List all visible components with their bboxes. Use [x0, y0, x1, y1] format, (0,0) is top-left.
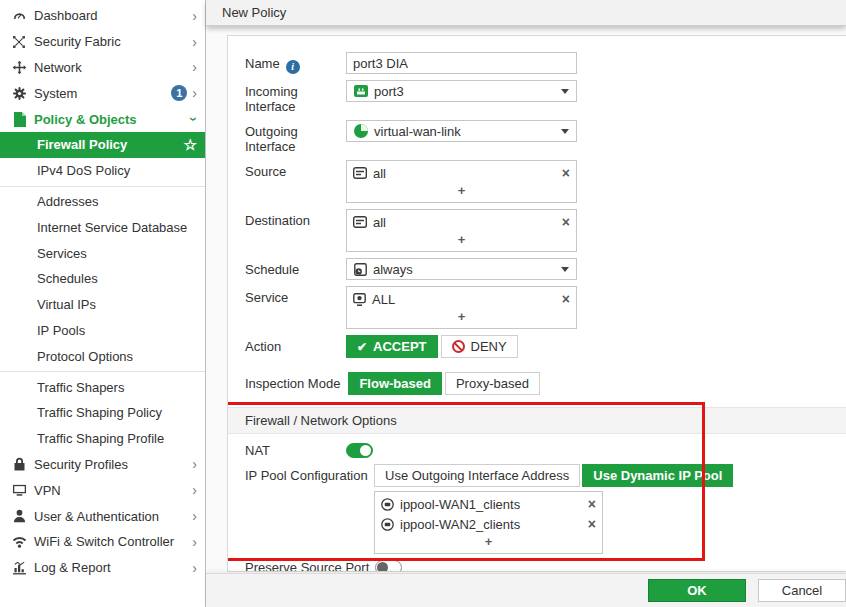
sidebar-item-log-report[interactable]: Log & Report› [0, 555, 205, 581]
sidebar-item-label: WiFi & Switch Controller [34, 534, 192, 549]
use-outgoing-interface-address-button[interactable]: Use Outgoing Interface Address [374, 464, 580, 487]
address-icon [353, 216, 367, 228]
incoming-interface-label: Incoming Interface [245, 80, 346, 114]
sidebar-item-dashboard[interactable]: Dashboard› [0, 3, 205, 29]
sidebar-item-label: Traffic Shaping Policy [37, 405, 197, 420]
sidebar-item-label: Dashboard [34, 8, 192, 23]
remove-icon[interactable]: × [562, 292, 570, 306]
sidebar-item-security-fabric[interactable]: Security Fabric› [0, 29, 205, 55]
ippool-icon [381, 498, 394, 511]
action-label: Action [245, 335, 346, 354]
destination-label: Destination [245, 209, 346, 228]
sidebar-item-user-authentication[interactable]: User & Authentication› [0, 503, 205, 529]
inspection-mode-row: Inspection Mode Flow-based Proxy-based [245, 372, 846, 395]
address-icon [353, 167, 367, 179]
sidebar-item-label: Network [34, 60, 192, 75]
sidebar-item-firewall-policy[interactable]: Firewall Policy☆ [0, 132, 205, 158]
incoming-interface-select[interactable]: port3 [346, 80, 577, 102]
chevron-right-icon: › [192, 509, 197, 523]
chevron-right-icon: › [192, 86, 197, 100]
notification-badge: 1 [171, 85, 187, 101]
chevron-down-icon [561, 129, 569, 134]
check-icon: ✔ [357, 340, 367, 354]
footer-bar: OK Cancel [206, 573, 846, 607]
destination-row: Destination all × + [245, 209, 846, 252]
add-destination-button[interactable]: + [353, 232, 570, 249]
service-entry[interactable]: ALL × [353, 289, 570, 309]
star-icon[interactable]: ☆ [184, 136, 197, 154]
preserve-source-port-toggle[interactable] [375, 560, 402, 572]
ok-button[interactable]: OK [648, 579, 746, 602]
flow-based-button[interactable]: Flow-based [348, 372, 442, 395]
remove-icon[interactable]: × [588, 517, 596, 531]
incoming-interface-value: port3 [374, 84, 404, 99]
sidebar-item-internet-service-database[interactable]: Internet Service Database [0, 214, 205, 240]
add-ip-pool-button[interactable]: + [381, 534, 596, 551]
remove-icon[interactable]: × [562, 166, 570, 180]
monitor-icon [10, 483, 28, 497]
sidebar-item-label: Addresses [37, 194, 197, 209]
sidebar-item-traffic-shapers[interactable]: Traffic Shapers [0, 374, 205, 400]
page-header: New Policy [206, 0, 846, 26]
page-title: New Policy [222, 5, 286, 20]
ip-pool-box: ippool-WAN1_clients × ippool-WAN2_client… [374, 491, 603, 554]
use-dynamic-ip-pool-button[interactable]: Use Dynamic IP Pool [582, 464, 733, 487]
sidebar-item-system[interactable]: System1› [0, 80, 205, 106]
remove-icon[interactable]: × [588, 497, 596, 511]
add-service-button[interactable]: + [353, 309, 570, 326]
sidebar-item-services[interactable]: Services [0, 240, 205, 266]
service-label: Service [245, 286, 346, 305]
name-input[interactable] [346, 52, 577, 74]
sidebar-item-addresses[interactable]: Addresses [0, 189, 205, 215]
schedule-select[interactable]: always [346, 258, 577, 280]
nat-toggle[interactable] [346, 443, 373, 458]
source-row: Source all × + [245, 160, 846, 203]
sidebar-item-security-profiles[interactable]: Security Profiles› [0, 452, 205, 478]
destination-entry[interactable]: all × [353, 212, 570, 232]
add-source-button[interactable]: + [353, 183, 570, 200]
sidebar-item-label: Schedules [37, 271, 197, 286]
outgoing-interface-row: Outgoing Interface virtual-wan-link [245, 120, 846, 154]
accept-button[interactable]: ✔ ACCEPT [346, 335, 438, 358]
deny-button[interactable]: DENY [441, 335, 518, 358]
sidebar-item-network[interactable]: Network› [0, 55, 205, 81]
schedule-label: Schedule [245, 258, 346, 277]
ip-pool-entry[interactable]: ippool-WAN1_clients × [381, 494, 596, 514]
ippool-icon [381, 518, 394, 531]
sidebar-item-ip-pools[interactable]: IP Pools [0, 318, 205, 344]
info-icon [286, 60, 300, 74]
outgoing-interface-select[interactable]: virtual-wan-link [346, 120, 577, 142]
sidebar-item-schedules[interactable]: Schedules [0, 266, 205, 292]
chevron-down-icon: › [188, 117, 202, 122]
sidebar-item-traffic-shaping-profile[interactable]: Traffic Shaping Profile [0, 426, 205, 452]
ip-pool-entry[interactable]: ippool-WAN2_clients × [381, 514, 596, 534]
user-icon [10, 509, 28, 523]
incoming-interface-row: Incoming Interface port3 [245, 80, 846, 114]
main-content: New Policy Name Incoming Interface port3 [206, 0, 846, 607]
sidebar-item-label: Services [37, 246, 197, 261]
source-entry[interactable]: all × [353, 163, 570, 183]
sidebar-item-protocol-options[interactable]: Protocol Options [0, 343, 205, 369]
sidebar-item-policy-objects[interactable]: Policy & Objects› [0, 106, 205, 132]
sidebar-item-vpn[interactable]: VPN› [0, 477, 205, 503]
inspection-mode-label: Inspection Mode [245, 376, 340, 391]
sidebar-item-wifi-switch-controller[interactable]: WiFi & Switch Controller› [0, 529, 205, 555]
source-label: Source [245, 160, 346, 179]
cancel-button[interactable]: Cancel [758, 579, 846, 602]
proxy-based-button[interactable]: Proxy-based [445, 372, 540, 395]
sidebar-item-label: VPN [34, 483, 192, 498]
sidebar: Dashboard›Security Fabric›Network›System… [0, 0, 206, 607]
gauge-icon [10, 8, 28, 23]
ip-pool-configuration-label: IP Pool Configuration [245, 464, 374, 483]
chevron-right-icon: › [192, 483, 197, 497]
sidebar-item-virtual-ips[interactable]: Virtual IPs [0, 292, 205, 318]
sidebar-item-traffic-shaping-policy[interactable]: Traffic Shaping Policy [0, 400, 205, 426]
preserve-source-port-label: Preserve Source Port [245, 560, 369, 572]
ip-pool-configuration-row: IP Pool Configuration Use Outgoing Inter… [245, 464, 846, 487]
service-icon [353, 293, 366, 306]
remove-icon[interactable]: × [562, 215, 570, 229]
fabric-icon [10, 35, 28, 49]
sidebar-item-ipv4-dos-policy[interactable]: IPv4 DoS Policy [0, 158, 205, 184]
outgoing-interface-label: Outgoing Interface [245, 120, 346, 154]
gear-icon [10, 86, 28, 101]
